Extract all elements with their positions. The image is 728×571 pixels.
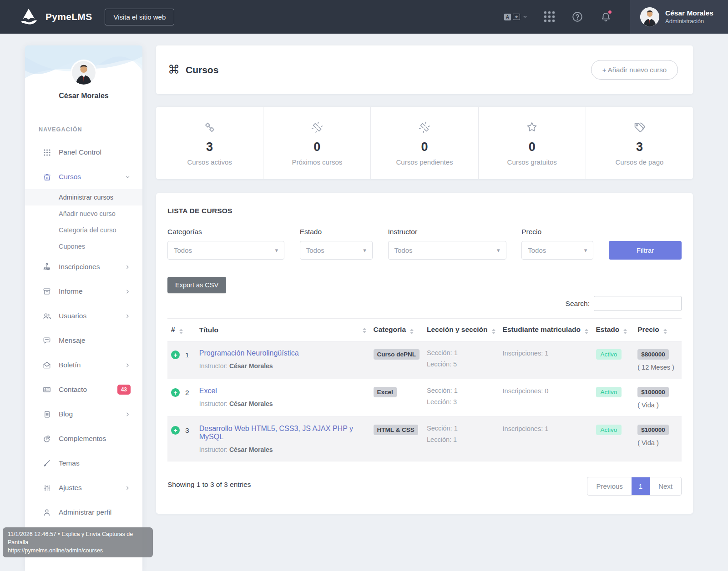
sidebar-item-blog[interactable]: Blog [25, 402, 142, 426]
sidebar-item-informe[interactable]: Informe [25, 279, 142, 304]
next-page-button[interactable]: Next [650, 477, 681, 495]
filter-instructor: Instructor Todos ▾ [388, 228, 506, 260]
stat-label: Cursos gratuitos [507, 158, 557, 166]
apps-grid-icon[interactable] [544, 11, 555, 22]
col-precio[interactable]: Precio [634, 319, 682, 341]
enrollment-count: Inscripciones: 1 [503, 425, 549, 432]
sidebar-item-boletin[interactable]: Boletín [25, 353, 142, 377]
price-badge: $100000 [637, 387, 669, 397]
help-icon[interactable] [571, 11, 583, 23]
section-count: Sección: 1 [427, 349, 495, 356]
chevron-right-icon [125, 411, 131, 417]
main-content: ⌘ Cursos + Añadir nuevo curso 3 Cursos a… [156, 45, 693, 514]
sidebar-item-cursos[interactable]: Cursos [25, 165, 142, 189]
col-num[interactable]: # [167, 319, 196, 341]
contact-card-icon [42, 385, 52, 395]
sidebar-subitem-categoria-del-curso[interactable]: Categoría del curso [25, 222, 142, 238]
page-1-button[interactable]: 1 [632, 477, 650, 495]
filter-precio: Precio Todos ▾ [521, 228, 593, 260]
sidebar-subitem-cupones[interactable]: Cupones [25, 238, 142, 255]
sidebar-item-mensaje[interactable]: Mensaje [25, 328, 142, 353]
sidebar-menu: Panel Control Cursos Administrar cursos … [25, 140, 142, 525]
user-menu[interactable]: César Morales Administración [630, 0, 728, 34]
document-icon [42, 409, 52, 419]
user-role: Administración [665, 18, 713, 25]
sidebar-item-inscripciones[interactable]: Inscripciones [25, 255, 142, 279]
category-badge: Curso dePNL [374, 349, 420, 360]
search-input[interactable] [594, 296, 682, 311]
overlay-timestamp: 11/1/2026 12:46:57 • Explica y Envía Cap… [8, 530, 148, 546]
search-row: Search: [167, 296, 682, 311]
estado-select[interactable]: Todos ▾ [300, 241, 373, 260]
stat-label: Próximos cursos [292, 158, 342, 166]
price-badge: $800000 [637, 349, 669, 360]
expand-row-icon[interactable]: + [171, 426, 180, 435]
profile-avatar [72, 61, 96, 85]
broken-link-icon [310, 120, 324, 136]
sidebar-item-usuarios[interactable]: Usuarios [25, 304, 142, 328]
table-row: + 1 Programación Neurolingüística Instru… [167, 341, 682, 379]
chevron-down-icon [522, 14, 528, 20]
user-avatar [640, 7, 659, 26]
star-icon [525, 120, 539, 136]
filter-categorias: Categorías Todos ▾ [167, 228, 284, 260]
caret-down-icon: ▾ [584, 247, 587, 254]
caret-down-icon: ▾ [275, 247, 278, 254]
enrollment-count: Inscripciones: 0 [503, 387, 549, 395]
stat-proximos-cursos: 0 Próximos cursos [263, 107, 371, 179]
chevron-right-icon [125, 264, 131, 270]
sidebar-item-administrar-perfil[interactable]: Administrar perfil [25, 500, 142, 525]
course-list-card: LISTA DE CURSOS Categorías Todos ▾ Estad… [156, 193, 693, 514]
export-csv-button[interactable]: Export as CSV [167, 277, 226, 293]
pagination: Previous 1 Next [587, 477, 682, 496]
sidebar-item-contacto[interactable]: Contacto 43 [25, 377, 142, 402]
previous-page-button[interactable]: Previous [587, 477, 631, 495]
sidebar-item-ajustes[interactable]: Ajustes [25, 476, 142, 500]
notification-dot [607, 10, 612, 15]
row-number: 3 [185, 426, 189, 435]
dashboard-grid-icon [42, 147, 52, 157]
instructor-select[interactable]: Todos ▾ [388, 241, 506, 260]
sidebar-item-panel-control[interactable]: Panel Control [25, 140, 142, 165]
stat-value: 3 [636, 140, 643, 154]
col-titulo[interactable]: Título [196, 319, 370, 341]
course-title-link[interactable]: Excel [199, 387, 217, 395]
sidebar-subitem-anadir-nuevo-curso[interactable]: Añadir nuevo curso [25, 205, 142, 222]
command-icon: ⌘ [168, 63, 180, 77]
filter-label: Estado [300, 228, 373, 236]
list-heading: LISTA DE CURSOS [167, 207, 682, 215]
stat-label: Cursos pendientes [396, 158, 453, 166]
stat-cursos-activos: 3 Cursos activos [156, 107, 263, 179]
notifications-bell-icon[interactable] [600, 11, 612, 23]
col-estado[interactable]: Estado [592, 319, 634, 341]
sidebar-item-complementos[interactable]: Complementos [25, 426, 142, 451]
section-count: Sección: 1 [427, 425, 495, 432]
course-title-link[interactable]: Programación Neurolingüística [199, 349, 299, 357]
row-number: 2 [185, 388, 189, 397]
price-term: ( Vida ) [637, 439, 678, 446]
status-badge: Activo [596, 387, 622, 397]
top-navbar: PymeLMS Visita el sitio web A ★ César Mo… [0, 0, 728, 34]
expand-row-icon[interactable]: + [171, 388, 180, 397]
course-title-link[interactable]: Desarrollo Web HTML5, CSS3, JS AJAX PHP … [199, 425, 353, 441]
user-icon [42, 507, 52, 517]
mail-icon [42, 360, 52, 370]
precio-select[interactable]: Todos ▾ [521, 241, 593, 260]
translate-star-icon: ★ [513, 14, 520, 20]
visit-site-button[interactable]: Visita el sitio web [105, 9, 174, 25]
sidebar-item-temas[interactable]: Temas [25, 451, 142, 476]
expand-row-icon[interactable]: + [171, 351, 180, 359]
stat-value: 3 [206, 140, 213, 154]
brush-icon [42, 458, 52, 468]
filtrar-button[interactable]: Filtrar [609, 241, 682, 260]
col-leccion[interactable]: Lección y sección [423, 319, 499, 341]
overlay-url: https://pymelms.online/admin/courses [8, 546, 148, 555]
sidebar-subitem-administrar-cursos[interactable]: Administrar cursos [25, 189, 142, 205]
filter-label: Instructor [388, 228, 506, 236]
col-estudiante[interactable]: Estudiante matriculado [499, 319, 592, 341]
col-categoria[interactable]: Categoría [370, 319, 424, 341]
add-course-button[interactable]: + Añadir nuevo curso [591, 60, 678, 80]
lesson-count: Lección: 1 [427, 436, 495, 443]
language-switcher[interactable]: A ★ [504, 14, 528, 20]
categorias-select[interactable]: Todos ▾ [167, 241, 284, 260]
